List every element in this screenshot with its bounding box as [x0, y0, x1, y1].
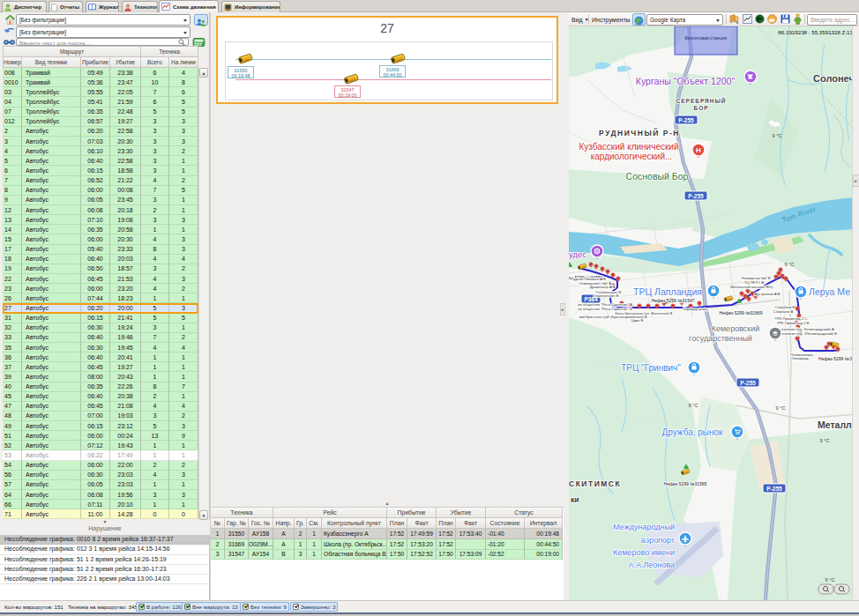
svg-text:ТРК Променад-2 В: ТРК Променад-2 В [777, 321, 810, 325]
svg-text:А.А.Леонова: А.А.Леонова [628, 560, 675, 569]
svg-text:Гипермад: Гипермад [792, 356, 810, 360]
svg-text:Леруа Ме: Леруа Ме [809, 286, 850, 297]
svg-text:9 °C: 9 °C [785, 262, 795, 267]
svg-text:9 °C: 9 °C [776, 405, 786, 411]
svg-text:9 °C: 9 °C [820, 438, 830, 443]
svg-text:удес: удес [569, 249, 586, 259]
svg-text:Сосновый Бор: Сосновый Бор [626, 171, 689, 182]
svg-text:кардиологический...: кардиологический... [591, 152, 673, 161]
svg-text:БОР: БОР [693, 105, 708, 111]
svg-text:Фиолетовая станция: Фиолетовая станция [684, 35, 727, 41]
svg-text:СКИТИМСК: СКИТИМСК [569, 479, 621, 488]
svg-text:Н: Н [696, 146, 701, 154]
svg-text:Кемеровский: Кемеровский [712, 324, 760, 333]
svg-text:Сбербанк А: Сбербанк А [773, 309, 794, 314]
svg-text:Мебельный магазин В/Ц: Мебельный магазин В/Ц [730, 285, 773, 289]
svg-text:Дружба, рынок: Дружба, рынок [662, 427, 724, 437]
svg-text:Р-255: Р-255 [678, 117, 694, 123]
svg-text:ТРЦ Лапландия: ТРЦ Лапландия [633, 286, 702, 297]
svg-text:Цирк В.: Цирк В. [631, 318, 645, 323]
svg-text:9 °C: 9 °C [689, 403, 698, 408]
svg-text:ТРЦ "Гринвич": ТРЦ "Гринвич" [621, 363, 681, 373]
svg-text:СЕРЕБРЯНЫЙ: СЕРЕБРЯНЫЙ [676, 97, 727, 104]
svg-text:Аустроном А/В: Аустроном А/В [755, 292, 781, 296]
svg-text:86,1919238 : 55,3591328 Z:13: 86,1919238 : 55,3591328 Z:13 [778, 29, 853, 35]
svg-text:аэропорт: аэропорт [641, 536, 675, 545]
svg-text:государственный: государственный [689, 334, 752, 343]
svg-text:Кемерово имени: Кемерово имени [613, 548, 675, 557]
svg-text:Кузбасский клинический: Кузбасский клинический [579, 142, 678, 152]
svg-text:ки: ки [571, 495, 579, 504]
svg-text:Главпочтамт В: Главпочтамт В [594, 293, 619, 298]
svg-text:Международный: Международный [613, 523, 675, 531]
svg-text:Нефаз-5299 №31669: Нефаз-5299 №31669 [720, 310, 763, 315]
svg-text:Драмтеатр А/В: Драмтеатр А/В [590, 285, 616, 289]
svg-text:Нефаз-5299 №3: Нефаз-5299 №3 [818, 356, 852, 361]
svg-text:Металлг: Металлг [818, 419, 856, 430]
svg-text:Р-255: Р-255 [766, 486, 782, 492]
svg-text:Нефаз-5299 №31565: Нефаз-5299 №31565 [664, 481, 707, 486]
svg-text:Курганы "Объект 1200": Курганы "Объект 1200" [636, 76, 736, 86]
svg-text:Р-255: Р-255 [740, 380, 756, 386]
svg-text:Коридор улиц: Коридор улиц [683, 307, 707, 311]
svg-text:Нефаз-5299 №31547: Нефаз-5299 №31547 [652, 298, 695, 303]
svg-text:9 °C: 9 °C [773, 133, 782, 138]
svg-text:9 °C: 9 °C [825, 577, 835, 583]
svg-text:Р-255: Р-255 [688, 193, 704, 199]
svg-text:РУДНИЧНЫЙ Р-Н: РУДНИЧНЫЙ Р-Н [599, 128, 680, 137]
